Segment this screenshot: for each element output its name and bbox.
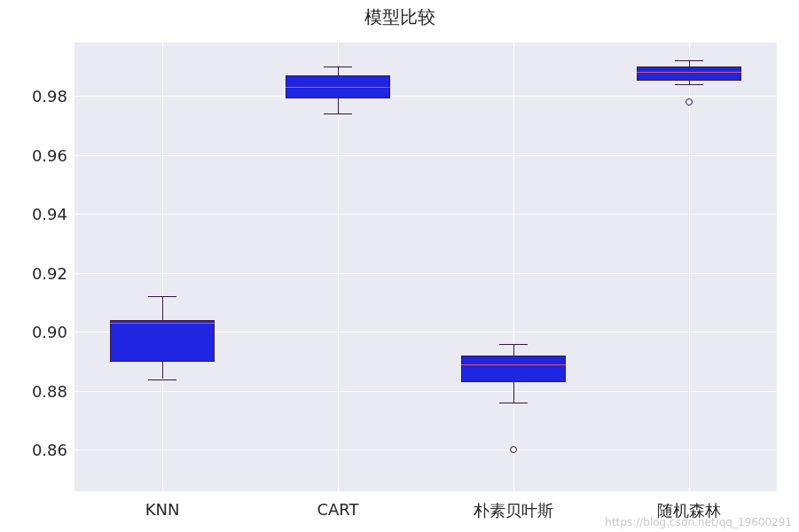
hgrid-line [74,450,777,450]
vgrid-line [513,43,514,491]
median-line [637,72,742,73]
hgrid-line [74,273,777,274]
figure: 模型比较 0.860.880.900.920.940.960.98 KNNCAR… [0,0,799,532]
cap-high [499,344,528,345]
whisker-upper [338,66,339,75]
watermark: https://blog.csdn.net/qq_19600291 [605,516,792,528]
whisker-lower [513,382,514,403]
whisker-lower [162,362,163,379]
vgrid-line [162,43,163,491]
median-line [461,364,567,365]
chart-title: 模型比较 [0,5,799,29]
whisker-upper [513,344,514,356]
x-tick-label: 朴素贝叶斯 [474,500,553,521]
hgrid-line [74,155,777,156]
whisker-lower [338,98,339,113]
hgrid-line [74,214,777,215]
box-随机森林 [637,66,742,82]
cap-high [324,66,352,67]
outlier-point [685,98,693,106]
median-line [286,87,391,88]
y-tick-label: 0.90 [0,323,67,341]
y-tick-label: 0.96 [0,145,67,164]
cap-high [675,60,703,61]
y-tick-label: 0.98 [0,86,67,105]
cap-high [148,296,176,297]
y-tick-label: 0.88 [0,381,67,400]
plot-area [74,43,777,491]
box-KNN [110,320,215,362]
x-tick-label: CART [317,500,358,519]
cap-low [324,113,352,114]
vgrid-line [689,43,690,491]
median-line [110,323,215,324]
y-tick-label: 0.86 [0,441,67,459]
cap-low [499,403,528,403]
whisker-upper [162,296,163,320]
cap-low [675,84,703,85]
y-tick-label: 0.92 [0,263,67,282]
outlier-point [510,446,517,453]
box-朴素贝叶斯 [461,356,567,382]
hgrid-line [74,96,777,97]
x-tick-label: KNN [145,500,180,519]
y-tick-label: 0.94 [0,205,67,223]
hgrid-line [74,391,777,392]
cap-low [148,379,176,380]
